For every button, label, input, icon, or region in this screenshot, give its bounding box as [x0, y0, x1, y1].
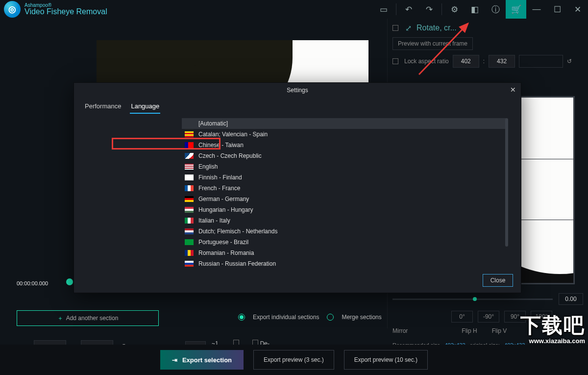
- export-preview-3s-label: Export preview (3 sec.): [264, 356, 324, 363]
- rotate-0-button[interactable]: 0°: [451, 311, 473, 323]
- settings-dialog: Settings ✕ Performance Language [Automat…: [74, 82, 521, 293]
- dialog-title: Settings: [287, 87, 308, 94]
- dialog-titlebar: Settings ✕: [74, 83, 521, 98]
- flag-icon: [185, 175, 194, 180]
- flag-icon: [185, 196, 194, 202]
- maximize-icon[interactable]: ☐: [547, 0, 567, 19]
- export-bar: ⇥ Export selection Export preview (3 sec…: [0, 345, 588, 375]
- aspect-sep: :: [483, 58, 485, 65]
- language-item[interactable]: Dutch; Flemisch - Netherlands: [182, 226, 506, 237]
- language-label: Russian - Russian Federation: [198, 260, 276, 267]
- language-label: English: [198, 163, 218, 170]
- flag-icon: [185, 261, 194, 267]
- preview-frame-label: Preview with current frame: [398, 40, 467, 47]
- lock-aspect-label: Lock aspect ratio: [404, 58, 449, 65]
- export-preview-10s-button[interactable]: Export preview (10 sec.): [344, 350, 428, 370]
- language-label: Dutch; Flemisch - Netherlands: [198, 228, 277, 235]
- dialog-close-icon[interactable]: ✕: [510, 86, 516, 94]
- language-item[interactable]: [Automatic]: [182, 118, 506, 129]
- language-label: German - Germany: [198, 196, 249, 202]
- language-label: [Automatic]: [198, 120, 228, 127]
- language-item[interactable]: Romanian - Romania: [182, 248, 506, 258]
- separator: [396, 3, 396, 15]
- dialog-close-button[interactable]: Close: [483, 274, 513, 287]
- contrast-icon[interactable]: ◧: [465, 0, 485, 19]
- flag-icon: [185, 207, 194, 213]
- language-item[interactable]: English: [182, 161, 506, 172]
- flag-icon: [185, 153, 194, 159]
- add-section-button[interactable]: ＋ Add another section: [17, 310, 159, 326]
- language-item[interactable]: Catalan; Valencian - Spain: [182, 129, 506, 140]
- language-label: Czech - Czech Republic: [198, 152, 262, 159]
- brand-name: Video Fisheye Removal: [24, 8, 107, 16]
- rotate-checkbox[interactable]: [392, 25, 398, 31]
- add-section-label: Add another section: [66, 315, 119, 322]
- rotation-slider[interactable]: [392, 299, 553, 300]
- brand: Ashampoo® Video Fisheye Removal: [24, 3, 107, 16]
- separator: [441, 3, 442, 15]
- app-logo: ◎: [4, 1, 21, 18]
- close-window-icon[interactable]: ✕: [567, 0, 588, 19]
- rotate-crop-icon: ⤢: [405, 24, 412, 33]
- aspect-w-input[interactable]: [453, 55, 479, 68]
- flag-icon: [185, 228, 194, 234]
- redo-icon[interactable]: ↷: [419, 0, 440, 19]
- undo-icon[interactable]: ↶: [398, 0, 419, 19]
- lock-aspect-checkbox[interactable]: [392, 58, 398, 64]
- language-list[interactable]: [Automatic]Catalan; Valencian - SpainChi…: [182, 118, 506, 269]
- tab-performance[interactable]: Performance: [84, 100, 122, 114]
- rotation-value[interactable]: 0.00: [559, 293, 583, 305]
- timecode: 00:00:00.000: [17, 280, 48, 286]
- scrollbar[interactable]: [505, 118, 508, 247]
- info-icon[interactable]: ⓘ: [485, 0, 506, 19]
- export-preview-10s-label: Export preview (10 sec.): [354, 356, 417, 363]
- language-label: Chinese - Taiwan: [198, 142, 244, 149]
- language-item[interactable]: Russian - Russian Federation: [182, 258, 506, 269]
- flag-icon: [185, 218, 194, 224]
- language-label: Hungarian - Hungary: [198, 206, 253, 213]
- radio-merge[interactable]: [327, 314, 334, 321]
- aspect-h-input[interactable]: [489, 55, 515, 68]
- language-item[interactable]: French - France: [182, 183, 506, 194]
- radio-individual[interactable]: [238, 314, 245, 321]
- open-folder-icon[interactable]: ▭: [373, 0, 394, 19]
- language-item[interactable]: Portuguese - Brazil: [182, 237, 506, 248]
- preview-frame-button[interactable]: Preview with current frame: [392, 37, 473, 50]
- export-mode-row: Export individual sections Merge section…: [238, 314, 382, 321]
- rotate-neg90-button[interactable]: -90°: [478, 311, 499, 323]
- playhead[interactable]: [66, 278, 73, 285]
- reset-aspect-icon[interactable]: ↺: [567, 58, 572, 65]
- plus-icon: ＋: [57, 314, 63, 323]
- language-item[interactable]: Chinese - Taiwan: [182, 140, 506, 150]
- mirror-label: Mirror: [392, 327, 408, 334]
- flag-icon: [185, 142, 194, 148]
- export-preview-3s-button[interactable]: Export preview (3 sec.): [253, 350, 334, 370]
- flag-icon: [185, 131, 194, 137]
- language-label: Romanian - Romania: [198, 250, 254, 256]
- language-item[interactable]: Italian - Italy: [182, 215, 506, 226]
- minimize-icon[interactable]: —: [526, 0, 547, 19]
- flag-icon: [185, 185, 194, 191]
- rotate-head-label: Rotate, cr...: [416, 24, 457, 32]
- watermark: 下载吧 www.xiazaiba.com: [520, 312, 585, 345]
- preset-dropdown[interactable]: [519, 55, 563, 68]
- language-item[interactable]: German - Germany: [182, 194, 506, 204]
- language-label: Portuguese - Brazil: [198, 239, 248, 246]
- watermark-big: 下载吧: [520, 312, 585, 339]
- radio-merge-label: Merge sections: [342, 314, 381, 321]
- export-selection-label: Export selection: [182, 356, 232, 364]
- flag-icon: [185, 239, 194, 245]
- flip-v-button[interactable]: Flip V: [492, 327, 507, 334]
- export-icon: ⇥: [172, 356, 177, 364]
- watermark-small: www.xiazaiba.com: [520, 337, 585, 345]
- cart-icon[interactable]: 🛒: [506, 0, 526, 19]
- language-label: French - France: [198, 185, 240, 192]
- flag-icon: [185, 250, 194, 256]
- export-selection-button[interactable]: ⇥ Export selection: [160, 350, 244, 370]
- language-item[interactable]: Hungarian - Hungary: [182, 204, 506, 215]
- flip-h-button[interactable]: Flip H: [462, 327, 477, 334]
- tab-language[interactable]: Language: [130, 100, 160, 114]
- settings-gear-icon[interactable]: ⚙: [444, 0, 465, 19]
- language-item[interactable]: Czech - Czech Republic: [182, 150, 506, 161]
- language-item[interactable]: Finnish - Finland: [182, 172, 506, 183]
